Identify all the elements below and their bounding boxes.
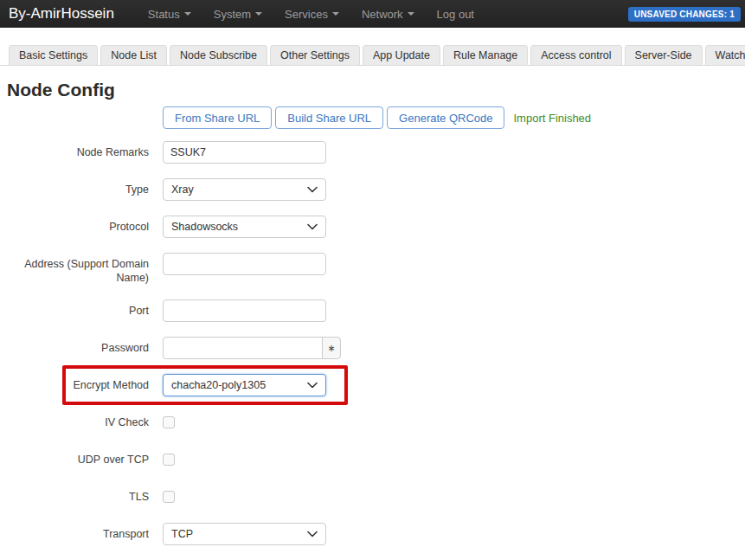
nav-menu-system[interactable]: System xyxy=(202,8,273,21)
tab-other-settings[interactable]: Other Settings xyxy=(270,45,360,65)
type-label: Type xyxy=(7,178,149,197)
password-label: Password xyxy=(7,337,149,356)
tab-access-control[interactable]: Access control xyxy=(530,45,621,65)
port-label: Port xyxy=(7,299,149,319)
form-row-address: Address (Support Domain Name) xyxy=(7,253,738,285)
form-row-port: Port xyxy=(7,299,738,322)
tls-checkbox[interactable] xyxy=(163,491,175,503)
form-row-transport: Transport TCP xyxy=(7,523,738,545)
form-row-password: Password ∗ xyxy=(7,337,738,359)
form-row-iv-check: IV Check xyxy=(7,411,738,434)
tab-rule-manage[interactable]: Rule Manage xyxy=(443,45,528,65)
password-input[interactable] xyxy=(163,337,323,359)
nav-menu-system-label: System xyxy=(214,8,251,21)
chevron-down-icon xyxy=(307,223,318,230)
caret-down-icon xyxy=(332,12,339,16)
protocol-label: Protocol xyxy=(7,216,149,235)
tab-basic-settings[interactable]: Basic Settings xyxy=(9,45,98,65)
caret-down-icon xyxy=(408,12,414,16)
nav-menu-services-label: Services xyxy=(285,8,328,21)
chevron-down-icon xyxy=(307,186,318,193)
tls-label: TLS xyxy=(7,486,149,505)
port-input[interactable] xyxy=(163,299,326,322)
form-row-node-remarks: Node Remarks xyxy=(7,141,738,164)
unsaved-changes-badge[interactable]: UNSAVED CHANGES: 1 xyxy=(628,7,741,22)
address-input[interactable] xyxy=(163,253,326,275)
password-reveal-button[interactable]: ∗ xyxy=(322,337,341,359)
top-navbar: By-AmirHossein Status System Services Ne… xyxy=(0,0,745,28)
generate-qrcode-button[interactable]: Generate QRCode xyxy=(387,106,504,129)
form-row-type: Type Xray xyxy=(7,178,738,201)
nav-menu-network[interactable]: Network xyxy=(350,8,426,21)
protocol-select[interactable]: Shadowsocks xyxy=(163,216,326,238)
form-row-udp-over-tcp: UDP over TCP xyxy=(7,448,738,471)
tab-node-list[interactable]: Node List xyxy=(100,45,167,65)
iv-check-checkbox[interactable] xyxy=(163,416,175,428)
transport-select-value: TCP xyxy=(171,528,193,540)
type-select-value: Xray xyxy=(171,183,194,196)
transport-select[interactable]: TCP xyxy=(163,523,326,545)
share-actions-row: From Share URL Build Share URL Generate … xyxy=(163,106,738,129)
nav-menu-status-label: Status xyxy=(148,8,180,21)
page-content: Node Config From Share URL Build Share U… xyxy=(0,80,745,545)
chevron-down-icon xyxy=(307,382,318,389)
node-config-form: Node Remarks Type Xray Protocol Shadowso… xyxy=(7,141,738,545)
build-share-url-button[interactable]: Build Share URL xyxy=(275,106,383,129)
tab-app-update[interactable]: App Update xyxy=(363,45,440,65)
udp-over-tcp-label: UDP over TCP xyxy=(7,448,149,467)
tab-server-side[interactable]: Server-Side xyxy=(625,45,703,65)
tab-bar: Basic Settings Node List Node Subscribe … xyxy=(0,28,745,66)
caret-down-icon xyxy=(255,12,262,16)
nav-menu-status[interactable]: Status xyxy=(137,8,202,21)
form-row-encrypt-method: Encrypt Method chacha20-poly1305 xyxy=(7,374,738,396)
chevron-down-icon xyxy=(307,531,318,537)
tab-node-subscribe[interactable]: Node Subscribe xyxy=(170,45,267,65)
nav-menu-network-label: Network xyxy=(362,8,403,21)
node-remarks-input[interactable] xyxy=(163,141,326,164)
form-row-protocol: Protocol Shadowsocks xyxy=(7,216,738,238)
node-remarks-label: Node Remarks xyxy=(7,141,149,160)
address-label: Address (Support Domain Name) xyxy=(7,253,149,285)
encrypt-method-select[interactable]: chacha20-poly1305 xyxy=(163,374,326,396)
udp-over-tcp-checkbox[interactable] xyxy=(163,454,175,466)
transport-label: Transport xyxy=(7,523,149,542)
encrypt-method-select-value: chacha20-poly1305 xyxy=(171,379,266,391)
brand-link[interactable]: By-AmirHossein xyxy=(9,5,114,23)
form-row-tls: TLS xyxy=(7,486,738,508)
type-select[interactable]: Xray xyxy=(163,178,326,201)
tab-watch-logs[interactable]: Watch Logs xyxy=(705,45,745,65)
page-title: Node Config xyxy=(7,80,738,100)
from-share-url-button[interactable]: From Share URL xyxy=(163,106,272,129)
nav-menu-services[interactable]: Services xyxy=(273,8,350,21)
encrypt-method-label: Encrypt Method xyxy=(7,374,149,393)
nav-logout[interactable]: Log out xyxy=(426,8,485,21)
protocol-select-value: Shadowsocks xyxy=(171,221,238,233)
import-status-text: Import Finished xyxy=(513,112,591,125)
caret-down-icon xyxy=(184,12,191,16)
iv-check-label: IV Check xyxy=(7,411,149,430)
